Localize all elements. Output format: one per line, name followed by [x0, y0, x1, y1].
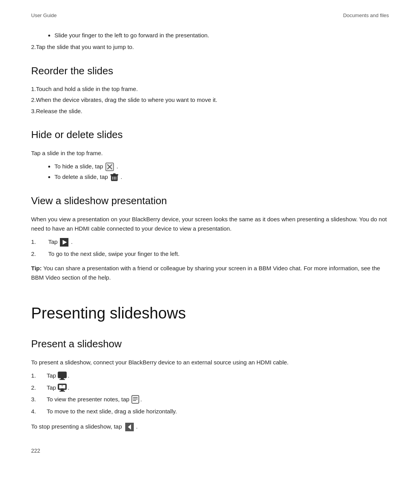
svg-rect-16 — [61, 390, 64, 391]
svg-point-18 — [61, 385, 63, 387]
present-outro: To stop presenting a slideshow, tap . — [31, 422, 389, 431]
present-step-2: 2. Tap . — [31, 383, 389, 392]
section-hide-delete: Hide or delete slides Tap a slide in the… — [31, 127, 389, 182]
monitor-icon — [58, 371, 67, 380]
present-slideshow-intro: To present a slideshow, connect your Bla… — [31, 358, 389, 367]
reorder-step-3: Release the slide. — [36, 107, 82, 116]
reorder-steps: 1. Touch and hold a slide in the top fra… — [31, 85, 389, 116]
view-slideshow-tip: Tip: You can share a presentation with a… — [31, 264, 389, 282]
intro-step2: Tap the slide that you want to jump to. — [36, 43, 134, 52]
delete-icon — [110, 173, 118, 182]
back-icon — [125, 423, 134, 431]
hide-delete-intro: Tap a slide in the top frame. — [31, 149, 389, 158]
section-view-slideshow: View a slideshow presentation When you v… — [31, 193, 389, 282]
intro-bullet-1: Slide your finger to the left to go forw… — [54, 31, 389, 40]
play-icon — [60, 238, 68, 247]
intro-numbered: 2. Tap the slide that you want to jump t… — [31, 43, 389, 52]
present-step-4: 4. To move to the next slide, drag a sli… — [31, 407, 389, 416]
view-step-2: 2. To go to the next slide, swipe your f… — [31, 250, 389, 259]
hide-bullet: To hide a slide, tap . — [54, 162, 389, 171]
page-header: User Guide Documents and files — [31, 12, 389, 19]
svg-rect-5 — [113, 173, 116, 175]
header-left: User Guide — [31, 12, 57, 19]
view-slideshow-heading: View a slideshow presentation — [31, 193, 389, 208]
reorder-heading: Reorder the slides — [31, 63, 389, 79]
notes-icon — [131, 395, 140, 404]
present-step-3: 3. To view the presenter notes, tap . — [31, 395, 389, 404]
svg-rect-13 — [60, 379, 65, 380]
presenting-slideshows-heading: Presenting slideshows — [31, 301, 389, 325]
header-right: Documents and files — [343, 12, 389, 19]
hide-delete-heading: Hide or delete slides — [31, 127, 389, 142]
svg-rect-12 — [61, 378, 64, 379]
view-slideshow-intro: When you view a presentation on your Bla… — [31, 215, 389, 233]
page-number: 222 — [31, 447, 389, 455]
present-slideshow-heading: Present a slideshow — [31, 336, 389, 352]
delete-bullet: To delete a slide, tap . — [54, 173, 389, 182]
major-section-presenting: Presenting slideshows Present a slidesho… — [31, 301, 389, 431]
hide-icon — [105, 163, 114, 171]
intro-bullets: Slide your finger to the left to go forw… — [54, 31, 389, 40]
section-reorder: Reorder the slides 1. Touch and hold a s… — [31, 63, 389, 116]
svg-rect-19 — [132, 396, 139, 403]
view-step-1: 1. Tap . — [31, 238, 389, 247]
screen-icon — [58, 383, 67, 392]
present-step-1: 1. Tap . — [31, 371, 389, 380]
reorder-step-2: When the device vibrates, drag the slide… — [36, 96, 217, 105]
svg-rect-11 — [58, 372, 66, 378]
reorder-step-1: Touch and hold a slide in the top frame. — [36, 85, 138, 94]
svg-rect-17 — [60, 391, 65, 392]
hide-delete-bullets: To hide a slide, tap . To delete a slide… — [54, 162, 389, 182]
